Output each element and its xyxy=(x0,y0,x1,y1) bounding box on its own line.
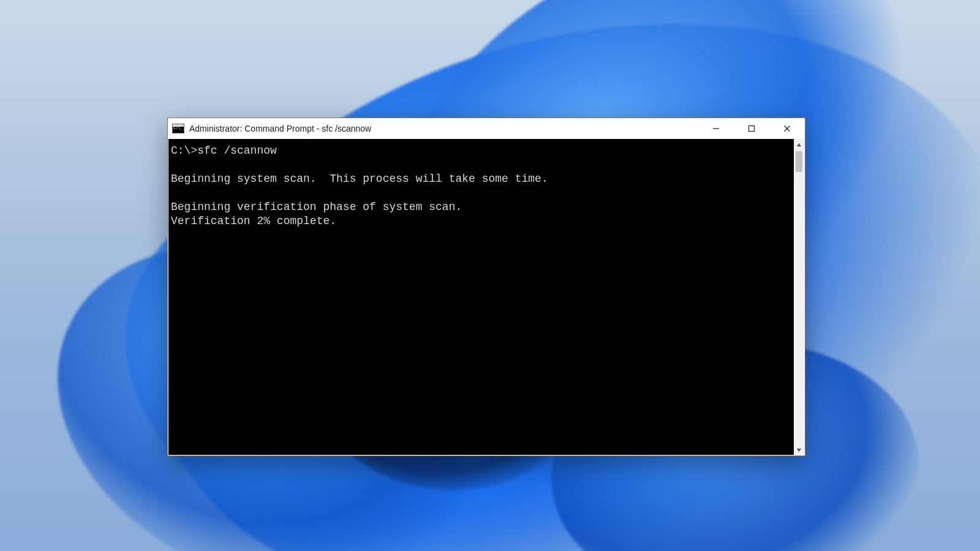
window-title: Administrator: Command Prompt - sfc /sca… xyxy=(189,124,698,133)
command-prompt-window[interactable]: Administrator: Command Prompt - sfc /sca… xyxy=(167,118,805,456)
close-icon xyxy=(783,125,791,132)
svg-marker-5 xyxy=(797,448,801,451)
caption-buttons xyxy=(698,118,805,138)
scroll-up-button[interactable] xyxy=(794,139,804,149)
window-client-area: C:\>sfc /scannow Beginning system scan. … xyxy=(168,139,804,455)
scroll-down-button[interactable] xyxy=(794,444,804,455)
terminal-output: C:\>sfc /scannow Beginning system scan. … xyxy=(171,144,791,228)
titlebar[interactable]: Administrator: Command Prompt - sfc /sca… xyxy=(168,118,805,138)
terminal-output-area[interactable]: C:\>sfc /scannow Beginning system scan. … xyxy=(168,139,794,455)
scrollbar-thumb[interactable] xyxy=(796,151,802,172)
maximize-button[interactable] xyxy=(734,118,769,138)
cmd-icon xyxy=(172,124,184,133)
minimize-icon xyxy=(712,125,720,132)
maximize-icon xyxy=(748,125,755,132)
minimize-button[interactable] xyxy=(698,118,734,138)
chevron-down-icon xyxy=(796,444,802,455)
svg-marker-4 xyxy=(797,143,801,146)
desktop-background: Administrator: Command Prompt - sfc /sca… xyxy=(0,0,980,551)
vertical-scrollbar[interactable] xyxy=(794,139,804,455)
chevron-up-icon xyxy=(796,139,802,150)
close-button[interactable] xyxy=(769,118,805,138)
svg-rect-1 xyxy=(749,126,755,131)
